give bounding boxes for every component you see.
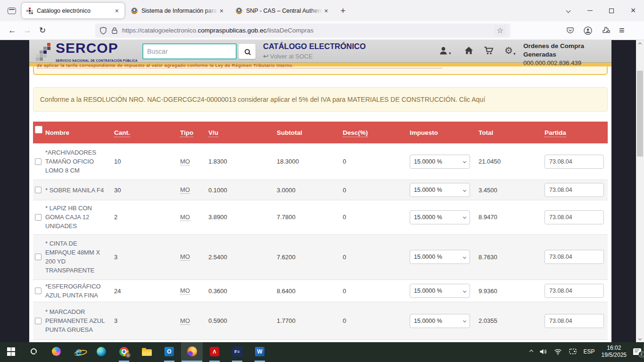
impuesto-select[interactable]: 15.0000 % (410, 250, 470, 264)
tab-close-icon[interactable]: × (113, 7, 121, 15)
gear-icon: ⚙ (504, 45, 513, 56)
tab-catalogo-electronico[interactable]: Catálogo electrónico × (22, 3, 124, 18)
impuesto-select[interactable]: 15.0000 % (410, 155, 470, 169)
tipo-link[interactable]: MO (180, 317, 190, 325)
iva-resolution-notice[interactable]: Conforme a la RESOLUCIÓN NRO. NAC-DGERCG… (33, 87, 608, 112)
row-checkbox[interactable] (35, 158, 41, 165)
folder-icon (142, 349, 152, 356)
desc-value: 0 (343, 288, 410, 295)
tab-close-icon[interactable]: × (218, 7, 225, 15)
tipo-link[interactable]: MO (180, 253, 190, 261)
bookmark-star-icon[interactable]: ☆ (494, 25, 506, 36)
url-text: https://catalogoelectronico.compraspubli… (122, 27, 494, 34)
lock-icon[interactable] (111, 26, 118, 35)
file-explorer-button[interactable] (136, 342, 157, 361)
col-nombre[interactable]: Nombre (45, 129, 69, 136)
scrollbar-thumb[interactable] (637, 71, 643, 156)
col-partida[interactable]: Partida (545, 129, 566, 137)
cast-connect-icon[interactable] (569, 348, 577, 355)
reload-button[interactable]: ↻ (35, 24, 50, 38)
select-all-checkbox[interactable] (35, 126, 42, 133)
home-button[interactable] (464, 46, 474, 55)
language-indicator[interactable]: ESP (584, 348, 595, 355)
taskbar-search-button[interactable] (23, 342, 44, 361)
row-checkbox[interactable] (35, 254, 41, 260)
impuesto-select[interactable]: 15.0000 % (410, 210, 470, 224)
cant-value: 2 (114, 214, 180, 221)
volver-al-soce-link[interactable]: ↩Volver al SOCE (263, 52, 313, 60)
col-desc[interactable]: Desc(%) (343, 129, 368, 137)
acrobat-button[interactable]: Ʌ (204, 342, 225, 361)
search-icon (31, 348, 37, 354)
tipo-link[interactable]: MO (180, 287, 190, 295)
firefox-button[interactable] (181, 342, 203, 361)
catalog-search-button[interactable] (239, 44, 256, 59)
pocket-icon[interactable] (566, 26, 575, 35)
maximize-button[interactable] (601, 0, 622, 21)
tray-chevron-icon[interactable] (529, 349, 533, 353)
col-total[interactable]: Total (479, 129, 493, 136)
word-icon: W (255, 347, 264, 356)
impuesto-value: 15.0000 % (414, 254, 442, 260)
partida-input[interactable] (545, 155, 604, 169)
scroll-up-arrow[interactable] (636, 40, 644, 48)
total-value: 21.0450 (479, 158, 545, 165)
partida-input[interactable] (545, 250, 604, 264)
hamburger-menu-icon[interactable]: ≡ (619, 25, 625, 36)
close-button[interactable]: × (622, 0, 644, 21)
col-vu[interactable]: V/u (208, 129, 218, 137)
user-menu-button[interactable]: ▾ (438, 46, 451, 56)
minimize-button[interactable] (579, 0, 601, 21)
account-icon[interactable] (583, 26, 593, 35)
notifications-icon[interactable]: 2 (633, 348, 641, 355)
copilot-button[interactable] (45, 342, 67, 361)
scroll-down-arrow[interactable] (636, 335, 644, 342)
row-checkbox[interactable] (35, 318, 41, 324)
tab-close-icon[interactable]: × (322, 7, 330, 15)
catalog-search-input[interactable] (142, 43, 237, 59)
settings-menu-button[interactable]: ⚙▾ (504, 45, 515, 56)
url-scheme: https://catalogoelectronico. (122, 27, 198, 34)
start-button[interactable] (0, 342, 22, 361)
col-impuesto[interactable]: Impuesto (410, 129, 438, 136)
tipo-link[interactable]: MO (180, 158, 190, 165)
page-scrollbar[interactable] (636, 40, 644, 342)
col-subtotal[interactable]: Subtotal (277, 129, 302, 136)
tracking-shield-icon[interactable] (99, 26, 107, 35)
tab-sistema-informacion[interactable]: Sistema de Información para lo × (126, 3, 229, 18)
col-cant[interactable]: Cant. (114, 129, 130, 137)
url-bar[interactable]: https://catalogoelectronico.compraspubli… (95, 24, 510, 38)
tipo-link[interactable]: MO (180, 186, 190, 194)
partida-input[interactable] (545, 314, 604, 328)
impuesto-select[interactable]: 15.0000 % (410, 314, 470, 328)
sercop-logo[interactable]: SERCOP SERVICIO NACIONAL DE CONTRATACIÓN… (56, 41, 138, 64)
tab-snp-cas[interactable]: SNP - CAS – Central Authentica × (231, 3, 334, 18)
partida-input[interactable] (545, 210, 604, 224)
row-checkbox[interactable] (35, 187, 41, 193)
cart-button[interactable] (484, 46, 494, 56)
url-domain: compraspublicas.gob.ec (198, 27, 267, 34)
list-all-tabs-chevron-icon[interactable] (557, 0, 579, 21)
new-tab-button[interactable]: + (340, 6, 346, 15)
firefox-view-button[interactable] (4, 3, 20, 18)
impuesto-select[interactable]: 15.0000 % (410, 284, 470, 298)
internet-explorer-button[interactable]: e (68, 342, 90, 361)
tipo-link[interactable]: MO (180, 214, 190, 221)
col-tipo[interactable]: Tipo (180, 129, 193, 137)
partida-input[interactable] (545, 284, 604, 298)
chrome-button[interactable]: G (113, 342, 135, 361)
outlook-button[interactable]: O (158, 342, 180, 361)
fes-app-button[interactable]: F≡ (226, 342, 248, 361)
edge-button[interactable] (91, 342, 112, 361)
row-checkbox[interactable] (35, 214, 41, 221)
wifi-icon[interactable] (554, 348, 562, 355)
row-checkbox[interactable] (35, 288, 41, 294)
volume-icon[interactable] (539, 348, 547, 355)
impuesto-select[interactable]: 15.0000 % (410, 183, 470, 197)
clock[interactable]: 16:02 19/5/2025 (602, 345, 627, 359)
cant-value: 30 (114, 187, 180, 194)
word-button[interactable]: W (249, 342, 271, 361)
back-button[interactable]: ← (5, 24, 20, 38)
partida-input[interactable] (545, 183, 604, 197)
extensions-puzzle-icon[interactable] (601, 26, 611, 35)
